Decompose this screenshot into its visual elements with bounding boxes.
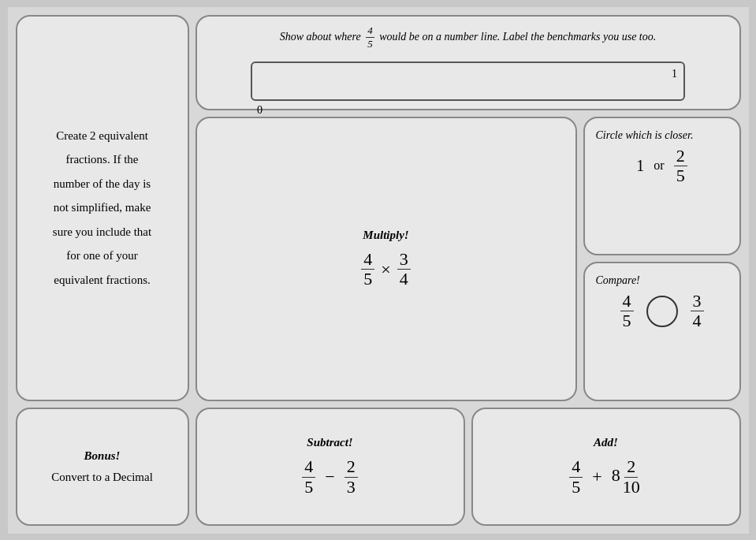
subtract-expression: 4 5 − 2 3 bbox=[302, 457, 357, 496]
nl-frac-den: 5 bbox=[366, 38, 374, 50]
add-whole: 8 2 10 bbox=[612, 457, 642, 496]
nl-label-0: 0 bbox=[257, 104, 263, 117]
circle-frac-num: 2 bbox=[674, 147, 687, 166]
multiply-frac1-den: 5 bbox=[361, 270, 374, 289]
multiply-frac2: 3 4 bbox=[397, 250, 411, 289]
subtract-label: Subtract! bbox=[307, 436, 352, 449]
compare-frac1: 4 5 bbox=[620, 292, 634, 330]
bonus-line2: Convert to a Decimal bbox=[51, 471, 153, 484]
subtract-frac2-num: 2 bbox=[344, 457, 358, 477]
compare-label: Compare! bbox=[596, 274, 728, 287]
number-line-card: Show about where 4 5 would be on a numbe… bbox=[196, 15, 741, 110]
number-line-title: Show about where 4 5 would be on a numbe… bbox=[280, 24, 657, 50]
compare-frac1-den: 5 bbox=[620, 311, 634, 330]
multiply-operator: × bbox=[381, 259, 390, 280]
instructions-card: Create 2 equivalent fractions. If the nu… bbox=[16, 15, 189, 401]
circle-fraction: 2 5 bbox=[674, 147, 687, 185]
middle-section: Multiply! 4 5 × 3 4 Circle which is clos… bbox=[196, 117, 741, 401]
multiply-card: Multiply! 4 5 × 3 4 bbox=[196, 117, 577, 401]
multiply-frac2-den: 4 bbox=[397, 270, 411, 289]
multiply-frac1-num: 4 bbox=[361, 250, 374, 270]
bonus-card: Bonus! Convert to a Decimal bbox=[16, 408, 189, 526]
add-frac2-num: 2 bbox=[624, 457, 638, 477]
add-label: Add! bbox=[594, 436, 618, 449]
add-frac2: 2 10 bbox=[620, 457, 642, 496]
add-card: Add! 4 5 + 8 2 10 bbox=[471, 408, 741, 526]
multiply-frac2-num: 3 bbox=[397, 250, 411, 270]
add-frac1-den: 5 bbox=[569, 478, 583, 497]
nl-fraction: 4 5 bbox=[366, 24, 374, 50]
nl-label-1: 1 bbox=[672, 68, 677, 80]
bottom-section: Bonus! Convert to a Decimal Subtract! 4 … bbox=[16, 408, 741, 526]
main-page: Create 2 equivalent fractions. If the nu… bbox=[8, 7, 749, 534]
number-line-container: 1 0 bbox=[251, 61, 685, 101]
instructions-line3: number of the day is bbox=[28, 175, 177, 193]
instructions-line7: equivalent fractions. bbox=[28, 271, 177, 289]
instructions-line4: not simplified, make bbox=[28, 199, 177, 217]
add-frac1-num: 4 bbox=[569, 457, 583, 477]
circle-frac-den: 5 bbox=[674, 166, 687, 185]
compare-frac1-num: 4 bbox=[620, 292, 634, 311]
subtract-frac1-num: 4 bbox=[302, 457, 315, 477]
circle-expression: 1 or 2 5 bbox=[596, 147, 728, 185]
instructions-line2: fractions. If the bbox=[28, 151, 177, 169]
subtract-frac2: 2 3 bbox=[344, 457, 358, 496]
multiply-expression: 4 5 × 3 4 bbox=[361, 250, 410, 289]
compare-circle-symbol bbox=[646, 296, 678, 327]
nl-frac-num: 4 bbox=[366, 24, 374, 38]
instructions-line5: sure you include that bbox=[28, 223, 177, 241]
compare-card: Compare! 4 5 3 4 bbox=[583, 262, 741, 401]
add-expression: 4 5 + 8 2 10 bbox=[569, 457, 642, 496]
circle-option1: 1 bbox=[636, 157, 644, 175]
multiply-frac1: 4 5 bbox=[361, 250, 374, 289]
nl-title-suffix: would be on a number line. Label the ben… bbox=[379, 30, 656, 42]
nl-title-prefix: Show about where bbox=[280, 30, 361, 42]
subtract-operator: − bbox=[325, 467, 334, 487]
number-line-box[interactable]: 1 bbox=[251, 61, 685, 101]
subtract-frac1-den: 5 bbox=[302, 478, 315, 497]
compare-expression: 4 5 3 4 bbox=[596, 292, 728, 330]
subtract-frac1: 4 5 bbox=[302, 457, 315, 496]
compare-frac2: 3 4 bbox=[691, 292, 704, 330]
subtract-frac2-den: 3 bbox=[344, 478, 358, 497]
multiply-label: Multiply! bbox=[363, 229, 408, 242]
add-frac1: 4 5 bbox=[569, 457, 583, 496]
add-frac2-den: 10 bbox=[620, 478, 642, 497]
right-mini-cards: Circle which is closer. 1 or 2 5 Compare… bbox=[583, 117, 741, 401]
bonus-line1: Bonus! bbox=[84, 449, 121, 463]
circle-card: Circle which is closer. 1 or 2 5 bbox=[583, 117, 741, 256]
circle-or: or bbox=[654, 158, 664, 173]
compare-frac2-num: 3 bbox=[691, 292, 704, 311]
add-operator: + bbox=[592, 467, 601, 487]
instructions-line1: Create 2 equivalent bbox=[28, 127, 177, 145]
subtract-card: Subtract! 4 5 − 2 3 bbox=[196, 408, 465, 526]
compare-frac2-den: 4 bbox=[691, 311, 704, 330]
circle-label: Circle which is closer. bbox=[596, 129, 728, 142]
instructions-line6: for one of your bbox=[28, 247, 177, 265]
